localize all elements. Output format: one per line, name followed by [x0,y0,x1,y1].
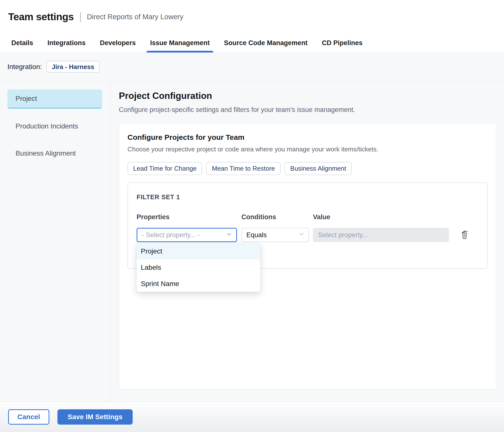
page-header: Team settings Direct Reports of Mary Low… [0,0,504,34]
integration-chip[interactable]: Jira - Harness [46,61,100,73]
filter-set-title: FILTER SET 1 [137,193,478,201]
cancel-button[interactable]: Cancel [8,409,49,425]
value-column-header: Value [313,213,449,221]
filter-set-panel: FILTER SET 1 Properties - Select propert… [127,182,487,269]
card-description: Choose your respective project or code a… [127,145,487,153]
pill-mean-time-to-restore[interactable]: Mean Time to Restore [206,162,281,175]
main-layout: Project Production Incidents Business Al… [0,81,504,401]
sidebar-item-project[interactable]: Project [7,90,102,108]
condition-select-value: Equals [246,231,267,239]
main-content: Project Configuration Configure project-… [110,81,504,401]
tab-issue-management[interactable]: Issue Management [146,34,214,52]
filter-row: Properties - Select property... - Projec… [137,213,478,242]
dropdown-option-labels[interactable]: Labels [137,259,260,276]
properties-column-header: Properties [137,213,237,221]
save-im-settings-button[interactable]: Save IM Settings [57,409,133,425]
metric-pills: Lead Time for Change Mean Time to Restor… [127,162,487,175]
sidebar: Project Production Incidents Business Al… [0,81,110,401]
integration-label: Integration: [7,63,42,71]
dropdown-option-sprint-name[interactable]: Sprint Name [137,276,260,292]
section-title: Project Configuration [119,91,496,101]
value-input[interactable] [313,228,449,242]
pill-business-alignment[interactable]: Business Alignment [285,162,352,175]
condition-select[interactable]: Equals [241,228,309,242]
tab-integrations[interactable]: Integrations [44,34,90,52]
trash-icon [460,237,469,240]
tab-developers[interactable]: Developers [96,34,140,52]
page-title: Team settings [8,11,74,23]
tab-details[interactable]: Details [8,34,37,52]
dropdown-option-project[interactable]: Project [137,243,260,259]
page-subtitle: Direct Reports of Mary Lowery [87,13,183,21]
sidebar-item-production-incidents[interactable]: Production Incidents [7,117,102,136]
tab-source-code-management[interactable]: Source Code Management [220,34,311,52]
pill-lead-time-for-change[interactable]: Lead Time for Change [127,162,202,175]
card-title: Configure Projects for your Team [127,133,487,142]
property-select[interactable]: - Select property... - [137,228,237,242]
configure-projects-card: Configure Projects for your Team Choose … [119,124,496,389]
integration-bar: Integration: Jira - Harness [0,53,504,81]
chevron-down-icon [299,231,305,239]
header-divider [80,12,81,22]
tab-cd-pipelines[interactable]: CD Pipelines [318,34,366,52]
chevron-down-icon [226,231,232,239]
tab-bar: Details Integrations Developers Issue Ma… [0,34,504,53]
property-dropdown: Project Labels Sprint Name [137,243,260,292]
footer-action-bar: Cancel Save IM Settings [0,401,504,432]
conditions-column-header: Conditions [241,213,309,221]
section-description: Configure project-specific settings and … [119,106,496,114]
property-select-placeholder: - Select property... - [142,231,200,239]
delete-filter-button[interactable] [460,229,469,240]
sidebar-item-business-alignment[interactable]: Business Alignment [7,144,102,163]
